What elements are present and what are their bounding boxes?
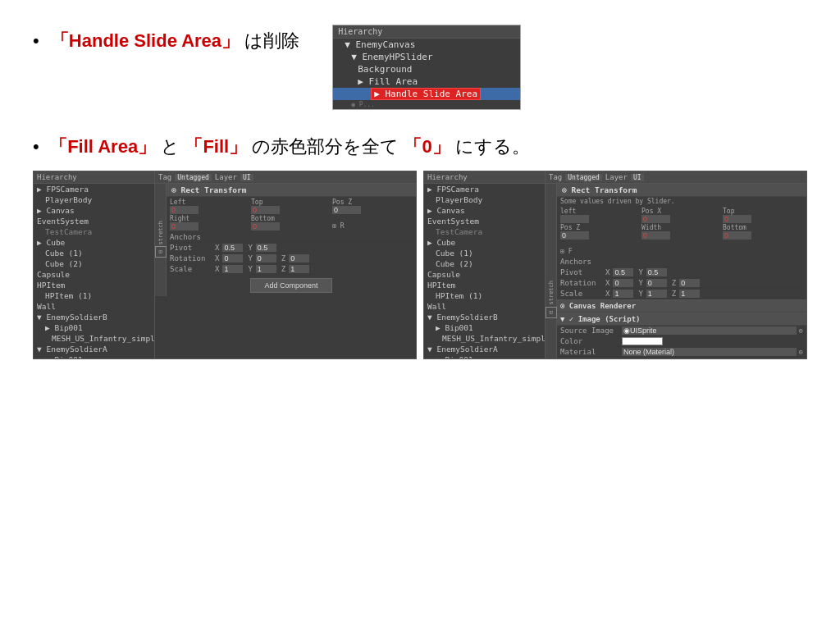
source-image-input[interactable] [622,326,797,335]
r-scale-y-input[interactable] [646,290,667,298]
r-rect-grid: left Pos X Top [557,206,806,257]
r-top-input[interactable] [723,215,751,223]
r-rot-x-label: X [605,279,609,287]
h-background: Background [333,63,520,75]
material-input[interactable] [622,348,797,356]
rot-x-label: X [215,254,219,262]
r-scale-x-input[interactable] [613,290,633,298]
top-input[interactable] [251,206,280,214]
r-width-label: Width [641,224,661,231]
r-rotation-label: Rotation [560,279,603,287]
r-tag-label: Tag [549,173,562,181]
zero-label: 「0」 [404,136,450,157]
r-rot-z-input[interactable] [679,279,700,287]
fill-area-label: 「Fill Area」 [49,136,156,157]
r-pivot-label: Pivot [560,268,603,276]
posz-cell: Pos Z [332,199,413,214]
r-posx-cell: Pos X [641,208,722,223]
h-enemy-hp-slider: ▼ EnemyHPSlider [333,51,520,63]
rot-z-label: Z [281,254,285,262]
hl-bip001b: ▶ Bip001 [34,322,154,333]
left-label: Left [170,199,185,206]
extra-label [332,215,336,222]
scale-row: Scale X Y Z [167,264,416,275]
hierarchy-left-header: Hierarchy [34,171,154,184]
color-row: Color [557,336,806,347]
hr-capsule: Capsule [424,269,545,280]
r-width-cell: Width [641,224,722,240]
color-swatch[interactable] [622,337,663,345]
r-left-input[interactable] [560,215,589,223]
r-width-input[interactable] [641,231,670,240]
hl-enemysolda: ▼ EnemySoldierA [34,344,154,354]
r-scale-label: Scale [560,290,603,298]
pivot-y-input[interactable] [256,244,276,252]
hl-fpscamera: ▶ FPSCamera [34,184,154,194]
left-input[interactable] [170,206,199,214]
inspector-right-header: Tag Untagged Layer UI [546,171,806,184]
hr-eventsystem: EventSystem [424,216,545,226]
source-image-row: Source Image ⊙ [557,326,806,336]
bottom-input[interactable] [251,222,280,231]
r-r-btn: ⊞ F [560,248,572,255]
r-rot-y-input[interactable] [646,279,667,287]
h-fill-area-small: ▶ Fill Area [333,75,520,88]
r-pivot-x-input[interactable] [613,268,633,276]
scale-x-input[interactable] [222,265,243,273]
fill-label: 「Fill」 [185,136,247,157]
r-rot-x-input[interactable] [613,279,633,287]
r-posx-input[interactable] [641,215,670,223]
pivot-x-input[interactable] [222,244,243,252]
scale-z-input[interactable] [289,265,309,273]
r-bottom-input[interactable] [723,231,751,240]
hr-bip001b: ▶ Bip001 [424,322,545,333]
bottom-label: Bottom [251,215,275,222]
scale-x-label: X [215,265,219,273]
rect-transform-block: stretch ⊡ ⊙ Rect Transform Left Top [155,184,416,296]
r-posz-input[interactable] [560,231,589,240]
material-btn[interactable]: ⊙ [799,348,803,356]
bullet2: • [33,136,39,157]
hr-cube: ▶ Cube [424,237,545,248]
r-rect-block: stretch ⊡ ⊙ Rect Transform Some values d… [546,184,806,358]
rot-z-input[interactable] [289,254,309,262]
editor-right: Hierarchy ▶ FPSCamera PlayerBody ▶ Canva… [423,171,807,359]
posz-label: Pos Z [332,199,352,206]
hl-eventsystem: EventSystem [34,216,154,226]
source-image-btn[interactable]: ⊙ [799,326,803,335]
add-component-btn[interactable]: Add Component [250,278,331,293]
hl-canvas: ▶ Canvas [34,205,154,216]
rot-x-input[interactable] [222,254,243,262]
hierarchy-left: Hierarchy ▶ FPSCamera PlayerBody ▶ Canva… [34,171,155,358]
scale-y-input[interactable] [256,265,276,273]
r-scale-z-input[interactable] [679,290,700,298]
rot-y-input[interactable] [256,254,276,262]
r-scale-z-label: Z [672,290,676,298]
r-pivot-y-input[interactable] [646,268,667,276]
scale-z-label: Z [281,265,285,273]
r-btn: ⊞ R [332,222,344,230]
pivot-row: Pivot X Y [167,243,416,253]
raycast-row: Raycast Target ✓ [557,358,806,358]
posz-input[interactable] [332,206,361,214]
section2: • 「Fill Area」 と 「Fill」 の赤色部分を全て 「0」 にする。 [33,135,807,159]
pivot-y-label: Y [248,244,252,252]
r-scale-x-label: X [605,290,609,298]
r-scale-y-label: Y [638,290,642,298]
rect-fields: ⊙ Rect Transform Left Top Pos [167,184,416,296]
hl-hpitem1: HPItem (1) [34,290,154,301]
panel-header-small: Hierarchy [333,25,520,39]
r-anchors-label: Anchors [560,258,609,266]
hr-wall: Wall [424,301,545,312]
desc-text: の赤色部分を全て [252,136,399,157]
pivot-label: Pivot [170,244,212,252]
hl-enemysoldb: ▼ EnemySoldierB [34,312,154,322]
inspector-left-header: Tag Untagged Layer UI [155,171,416,184]
layer-val: UI [240,174,253,181]
inspector-left: Tag Untagged Layer UI stretch ⊡ ⊙ Rect T… [155,171,416,358]
right-input[interactable] [170,222,199,231]
top-label: Top [251,199,262,206]
rotation-row: Rotation X Y Z [167,253,416,264]
hierarchy-right: Hierarchy ▶ FPSCamera PlayerBody ▶ Canva… [424,171,546,358]
hl-cube: ▶ Cube [34,237,154,248]
